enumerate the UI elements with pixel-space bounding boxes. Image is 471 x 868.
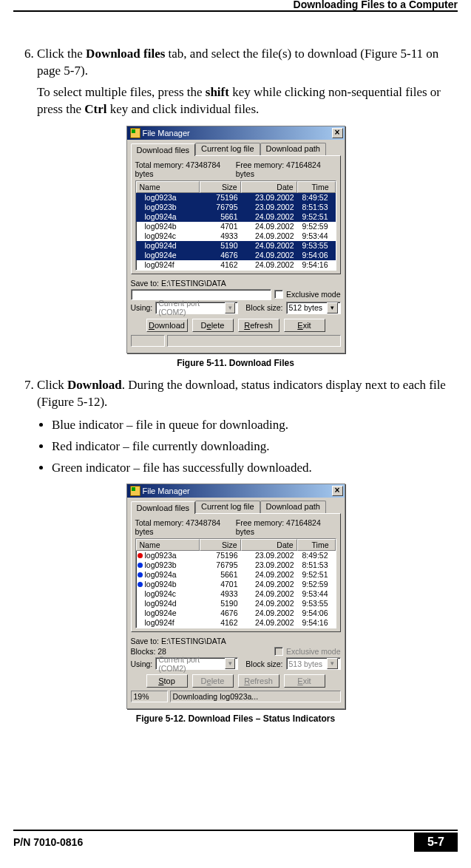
chevron-down-icon[interactable]: ▾ <box>327 302 338 313</box>
progress-percent: 19% <box>131 691 168 702</box>
file-time: 8:51:53 <box>297 560 336 570</box>
blue-status-dot <box>138 572 143 577</box>
table-row[interactable]: log0924f416224.09.20029:54:16 <box>136 618 336 628</box>
file-date: 24.09.2002 <box>241 580 297 589</box>
file-name: log0924f <box>145 618 174 627</box>
file-name: log0924b <box>145 580 177 589</box>
col-time[interactable]: Time <box>297 539 336 551</box>
file-date: 24.09.2002 <box>241 618 297 628</box>
file-date: 24.09.2002 <box>241 212 297 222</box>
col-size[interactable]: Size <box>200 539 241 551</box>
tab-current-log-file[interactable]: Current log file <box>195 143 260 155</box>
close-icon[interactable]: × <box>332 486 343 496</box>
col-size[interactable]: Size <box>200 181 241 193</box>
table-row[interactable]: log0924c493324.09.20029:53:44 <box>136 231 336 241</box>
file-name: log0924f <box>145 260 174 269</box>
file-size: 4933 <box>200 231 241 241</box>
file-size: 4676 <box>200 608 241 618</box>
file-date: 24.09.2002 <box>241 570 297 580</box>
footer-rule <box>13 830 458 831</box>
file-time: 9:54:06 <box>297 251 336 260</box>
exclusive-mode-checkbox: Exclusive mode <box>274 647 341 656</box>
file-name: log0924b <box>145 222 177 231</box>
tab-current-log-file[interactable]: Current log file <box>195 501 260 513</box>
titlebar[interactable]: File Manager × <box>127 484 345 498</box>
progress-bar <box>131 335 165 347</box>
col-name[interactable]: Name <box>136 539 200 551</box>
file-date: 24.09.2002 <box>241 260 297 270</box>
red-status-dot <box>138 553 143 558</box>
stop-button[interactable]: Stop <box>146 674 188 688</box>
file-size: 5661 <box>200 570 241 580</box>
chevron-down-icon[interactable]: ▾ <box>225 302 235 313</box>
file-name: log0924e <box>145 251 177 260</box>
checkbox-icon[interactable] <box>274 290 283 299</box>
close-icon[interactable]: × <box>332 128 343 138</box>
exclusive-mode-checkbox[interactable]: Exclusive mode <box>274 290 341 299</box>
table-row[interactable]: log0923a7519623.09.20028:49:52 <box>136 551 336 560</box>
header-rule <box>13 10 458 12</box>
table-row[interactable]: log0923b7679523.09.20028:51:53 <box>136 203 336 212</box>
using-port-combo[interactable]: Current port (COM2) ▾ <box>155 302 238 314</box>
table-row[interactable]: log0924e467624.09.20029:54:06 <box>136 608 336 618</box>
col-date[interactable]: Date <box>241 539 297 551</box>
tab-download-path[interactable]: Download path <box>260 501 326 513</box>
file-date: 24.09.2002 <box>241 589 297 599</box>
refresh-button: Refresh <box>238 674 279 688</box>
table-row[interactable]: log0924d519024.09.20029:53:55 <box>136 241 336 251</box>
file-name: log0924a <box>145 212 177 221</box>
file-list[interactable]: Name Size Date Time log0923a7519623.09.2… <box>135 538 336 628</box>
file-time: 9:54:16 <box>297 260 336 270</box>
table-row[interactable]: log0924b470124.09.20029:52:59 <box>136 580 336 589</box>
file-manager-window: File Manager × Download files Current lo… <box>126 126 345 353</box>
file-name: log0924d <box>145 241 177 250</box>
using-port-value: Current port (COM2) <box>158 655 225 673</box>
file-time: 9:52:59 <box>297 580 336 589</box>
exit-button[interactable]: Exit <box>284 319 325 332</box>
file-name: log0923b <box>145 560 177 569</box>
delete-button[interactable]: Delete <box>192 319 234 332</box>
file-name: log0923a <box>145 551 177 560</box>
table-row[interactable]: log0924a566124.09.20029:52:51 <box>136 212 336 222</box>
table-row[interactable]: log0924f416224.09.20029:54:16 <box>136 260 336 270</box>
titlebar[interactable]: File Manager × <box>127 126 345 140</box>
tab-download-files[interactable]: Download files <box>131 501 196 514</box>
using-label: Using: <box>131 660 153 668</box>
bullet-green: Green indicator – file has successfully … <box>52 460 458 477</box>
block-size-combo[interactable]: 512 bytes ▾ <box>286 302 341 314</box>
file-name: log0924e <box>145 608 177 617</box>
table-row[interactable]: log0924e467624.09.20029:54:06 <box>136 251 336 260</box>
file-size: 5190 <box>200 241 241 251</box>
tab-download-path[interactable]: Download path <box>260 143 326 155</box>
table-row[interactable]: log0923b7679523.09.20028:51:53 <box>136 560 336 570</box>
file-size: 75196 <box>200 193 241 203</box>
page-number: 5-7 <box>414 833 458 852</box>
refresh-button[interactable]: Refresh <box>238 319 279 332</box>
block-size-label: Block size: <box>245 660 282 668</box>
file-date: 24.09.2002 <box>241 231 297 241</box>
step6-bold-downloadfiles: Download files <box>86 47 165 61</box>
table-row[interactable]: log0924c493324.09.20029:53:44 <box>136 589 336 599</box>
col-date[interactable]: Date <box>241 181 297 193</box>
step-7: Click Download. During the download, sta… <box>37 377 458 477</box>
tab-download-files[interactable]: Download files <box>131 143 196 156</box>
table-row[interactable]: log0924d519024.09.20029:53:55 <box>136 599 336 608</box>
step6-bold-ctrl: Ctrl <box>84 102 106 116</box>
step6-p2a: To select multiple files, press the <box>37 85 206 99</box>
file-size: 76795 <box>200 560 241 570</box>
figure-5-12: File Manager × Download files Current lo… <box>13 484 458 724</box>
file-time: 9:52:51 <box>297 212 336 222</box>
bullet-blue: Blue indicator – file in queue for downl… <box>52 417 458 434</box>
file-date: 23.09.2002 <box>241 203 297 212</box>
download-button[interactable]: DDownloadownload <box>146 319 188 332</box>
table-row[interactable]: log0924a566124.09.20029:52:51 <box>136 570 336 580</box>
file-list[interactable]: Name Size Date Time log0923a7519623.09.2… <box>135 180 336 271</box>
block-size-combo: 513 bytes ▾ <box>286 657 341 670</box>
col-time[interactable]: Time <box>297 181 336 193</box>
col-name[interactable]: Name <box>136 181 200 193</box>
table-row[interactable]: log0923a7519623.09.20028:49:52 <box>136 193 336 203</box>
file-time: 8:51:53 <box>297 203 336 212</box>
blue-status-dot <box>138 582 143 587</box>
file-time: 9:53:55 <box>297 241 336 251</box>
table-row[interactable]: log0924b470124.09.20029:52:59 <box>136 222 336 231</box>
